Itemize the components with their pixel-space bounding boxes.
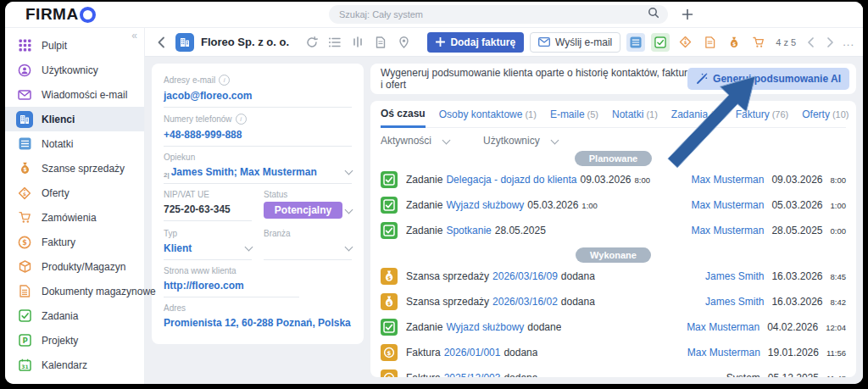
- prev-record-icon[interactable]: [804, 36, 817, 49]
- nip-field[interactable]: 725-20-63-345: [164, 199, 252, 221]
- timeline-link[interactable]: Delegacja - dojazd do klienta: [446, 174, 576, 186]
- chevron-down-icon: [345, 205, 353, 214]
- sidebar-item-label: Dokumenty magazynowe: [42, 286, 156, 297]
- phone-label: Numery telefonów: [164, 114, 232, 124]
- tab-faktury[interactable]: Faktury(76): [736, 101, 789, 127]
- task-checkbox-icon: [16, 308, 33, 325]
- sidebar-item-pulpit[interactable]: Pulpit: [5, 33, 144, 58]
- timeline-link[interactable]: 2025/12/003: [444, 372, 501, 377]
- cart-icon: [16, 209, 33, 226]
- sidebar-item-notatki[interactable]: Notatki: [5, 131, 144, 156]
- package-box-icon: [16, 258, 33, 275]
- pagination-label: 4 z 5: [776, 37, 796, 47]
- website-field[interactable]: http://floreo.com: [164, 275, 299, 297]
- tab-oferty[interactable]: Oferty(10): [802, 101, 849, 127]
- sidebar-item-projekty[interactable]: P Projekty: [5, 328, 144, 353]
- sidebar-item-dokumenty[interactable]: Dokumenty magazynowe: [5, 279, 144, 303]
- logo-text: FIRMA: [25, 5, 79, 24]
- timeline-link[interactable]: Wyjazd służbowy: [446, 321, 524, 333]
- timeline-link[interactable]: 2026/03/16/09: [492, 270, 558, 282]
- order-action-icon[interactable]: [749, 33, 768, 52]
- record-tool-icons: [304, 35, 411, 50]
- user-link[interactable]: Max Musterman: [682, 225, 764, 236]
- sidebar-more-icon[interactable]: ...: [5, 379, 144, 384]
- status-badge[interactable]: Potencjalny: [264, 202, 342, 219]
- timeline-row: ZadanieWyjazd służbowy05.03.20261:00 Max…: [381, 192, 846, 218]
- opportunity-action-icon[interactable]: $: [725, 33, 743, 52]
- user-link[interactable]: Max Musterman: [679, 347, 760, 358]
- user-link[interactable]: James Smith: [682, 270, 764, 282]
- phone-field[interactable]: +48-888-999-888: [164, 125, 352, 147]
- sidebar-item-produkty[interactable]: Produkty/Magazyn: [5, 254, 144, 279]
- user-link[interactable]: Max Musterman: [678, 321, 760, 333]
- generate-ai-summary-button[interactable]: Generuj podsumowanie AI: [687, 68, 849, 90]
- address-field[interactable]: Promienista 12, 60-288 Poznań, Polska: [164, 313, 352, 334]
- tab-os-czasu[interactable]: Oś czasu: [381, 101, 426, 128]
- owner-label: Opiekun: [164, 153, 195, 162]
- document-action-icon[interactable]: [700, 33, 719, 52]
- chevron-down-icon: [245, 243, 253, 252]
- next-record-icon[interactable]: [823, 36, 837, 49]
- sidebar-item-zamowienia[interactable]: Zamówienia: [5, 205, 144, 230]
- timeline-link[interactable]: Spotkanie: [446, 225, 491, 236]
- dashboard-grid-icon: [16, 37, 33, 54]
- timeline-link[interactable]: Wyjazd służbowy: [446, 199, 524, 211]
- tab-notatki[interactable]: Notatki(1): [612, 101, 658, 127]
- invoice-dollar-icon: $: [16, 234, 33, 251]
- task-action-icon[interactable]: [651, 33, 670, 52]
- sidebar-collapse-icon[interactable]: «: [131, 30, 137, 42]
- timeline-link[interactable]: 2026/03/16/02: [492, 296, 558, 308]
- add-new-button[interactable]: [678, 5, 697, 24]
- info-icon[interactable]: i: [219, 75, 230, 86]
- activities-filter[interactable]: Aktywności: [381, 135, 449, 147]
- svg-text:P: P: [22, 336, 27, 345]
- sidebar-item-zadania[interactable]: Zadania: [5, 303, 144, 328]
- sidebar-item-label: Produkty/Magazyn: [42, 261, 125, 273]
- clients-building-icon: [16, 111, 33, 128]
- sidebar-item-faktury[interactable]: $ Faktury: [5, 230, 144, 254]
- client-building-icon: [175, 33, 194, 52]
- client-details-card: Adresy e-maili jacob@floreo.com Numery t…: [152, 64, 364, 344]
- sidebar-item-szanse[interactable]: $ Szanse sprzedaży: [5, 156, 144, 181]
- sidebar-item-klienci[interactable]: Klienci: [5, 107, 144, 131]
- columns-icon[interactable]: [350, 35, 365, 50]
- send-email-button[interactable]: Wyślij e-mail: [530, 32, 620, 53]
- info-icon[interactable]: i: [236, 114, 247, 125]
- more-actions-icon[interactable]: ...: [843, 36, 854, 48]
- offer-action-icon[interactable]: $: [676, 33, 694, 52]
- type-field[interactable]: Klient: [164, 238, 252, 260]
- sidebar-item-wiadomosci[interactable]: Wiadomości e-mail: [5, 82, 144, 107]
- user-link[interactable]: James Smith: [682, 296, 764, 308]
- sidebar-item-kalendarz[interactable]: 31 Kalendarz: [5, 353, 144, 377]
- right-column: Wygeneruj podsumowanie klienta oparte o …: [370, 64, 856, 377]
- opportunity-icon: $: [381, 268, 398, 285]
- search-input[interactable]: [337, 8, 648, 20]
- user-link[interactable]: Max Musterman: [682, 199, 764, 211]
- refresh-icon[interactable]: [304, 35, 320, 50]
- user-link[interactable]: Max Musterman: [682, 174, 764, 186]
- add-invoice-button[interactable]: Dodaj fakturę: [427, 32, 524, 53]
- opportunity-icon: $: [381, 293, 398, 310]
- tab-osoby-kontaktowe[interactable]: Osoby kontaktowe(1): [439, 101, 537, 127]
- users-filter[interactable]: Użytkownicy: [483, 135, 558, 147]
- note-action-icon[interactable]: [626, 33, 645, 52]
- tab-zadania[interactable]: Zadania(4): [671, 101, 722, 127]
- global-search: [329, 5, 668, 24]
- email-field[interactable]: jacob@floreo.com: [164, 86, 352, 108]
- sidebar-item-uzytkownicy[interactable]: Użytkownicy: [5, 58, 144, 82]
- back-chevron-icon[interactable]: [153, 35, 169, 50]
- industry-field[interactable]: [264, 238, 352, 260]
- list-view-icon[interactable]: [327, 35, 342, 50]
- map-pin-icon[interactable]: [396, 35, 411, 50]
- owner-field[interactable]: 2|James Smith; Max Musterman: [164, 162, 352, 184]
- status-field[interactable]: Potencjalny: [264, 199, 352, 223]
- sidebar-item-oferty[interactable]: $ Oferty: [5, 181, 144, 205]
- document-icon[interactable]: [373, 35, 388, 50]
- app-window: FIRMA « Pulpit: [5, 2, 863, 384]
- search-icon[interactable]: [648, 7, 659, 22]
- tab-e-maile[interactable]: E-maile(5): [550, 101, 598, 127]
- invoice-icon: $: [381, 370, 398, 377]
- timeline-link[interactable]: 2026/01/001: [444, 347, 501, 358]
- sidebar-item-label: Pulpit: [42, 40, 67, 52]
- address-label: Adres: [164, 303, 186, 313]
